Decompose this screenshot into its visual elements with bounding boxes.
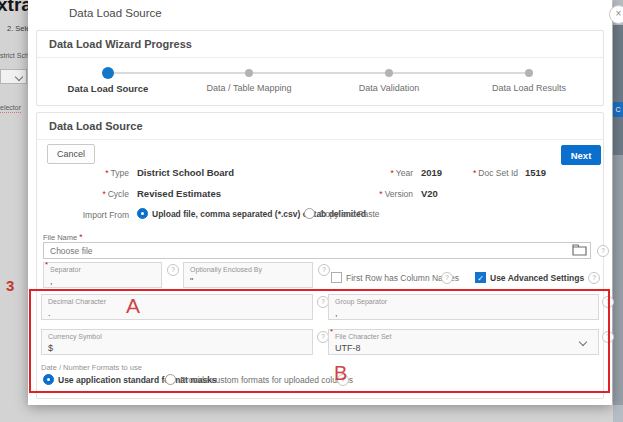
chevron-down-icon [579, 338, 587, 346]
help-icon[interactable]: ? [337, 374, 349, 386]
help-icon[interactable]: ? [167, 264, 179, 276]
file-character-set-label: File Character Set [335, 333, 391, 340]
help-icon[interactable]: ? [441, 272, 453, 284]
required-icon: * [391, 168, 394, 178]
check-icon: ✓ [477, 274, 484, 283]
wizard-step-label-3: Data Validation [319, 83, 459, 93]
required-icon: * [473, 168, 476, 178]
required-icon: * [105, 168, 108, 178]
doc-set-id-value: 1519 [525, 167, 546, 178]
wizard-step-label-2: Data / Table Mapping [179, 83, 319, 93]
source-panel-title: Data Load Source [49, 120, 143, 132]
separator-field[interactable]: * Separator , [43, 262, 162, 288]
wizard-step-dot-current [102, 67, 114, 79]
browse-folder-icon [572, 244, 587, 256]
background-right-panel-mid [613, 155, 623, 405]
wizard-step-dot [525, 69, 533, 77]
separator-field-label: Separator [50, 266, 81, 273]
custom-formats-radio[interactable] [165, 374, 176, 385]
background-blue-badge: C [613, 102, 623, 117]
close-button[interactable]: × [609, 5, 623, 24]
version-label: *Version [337, 189, 413, 199]
doc-set-id-label: *Doc Set Id [437, 168, 518, 178]
custom-formats-radio-label[interactable]: Provide custom formats for uploaded colu… [180, 375, 353, 385]
required-icon: * [102, 189, 105, 199]
decimal-character-field-value: . [48, 308, 51, 318]
next-button[interactable]: Next [561, 145, 601, 165]
copy-paste-radio-label[interactable]: Copy and Paste [319, 209, 379, 219]
enclosed-by-field[interactable]: Optionally Enclosed By " [183, 262, 313, 288]
separator-field-value: , [50, 276, 53, 286]
import-from-label: Import From [41, 210, 129, 220]
wizard-step-label-1: Data Load Source [38, 83, 178, 94]
advanced-settings-checkbox-label[interactable]: Use Advanced Settings [490, 273, 584, 283]
year-label: *Year [337, 168, 413, 178]
required-icon: * [79, 232, 82, 242]
wizard-panel-title: Data Load Wizard Progress [49, 38, 192, 50]
cycle-value: Revised Estimates [137, 188, 221, 199]
wizard-step-dot [245, 69, 253, 77]
currency-symbol-field[interactable]: Currency Symbol $ [41, 329, 313, 355]
group-separator-field-value: , [335, 308, 338, 318]
type-label: *Type [53, 168, 129, 178]
required-icon: * [379, 189, 382, 199]
wizard-step-label-4: Data Load Results [459, 83, 599, 93]
type-value: District School Board [137, 167, 234, 178]
cycle-label: *Cycle [53, 189, 129, 199]
group-separator-field[interactable]: Group Separator , [328, 294, 599, 320]
dialog-title: Data Load Source [69, 7, 162, 19]
help-icon[interactable]: ? [597, 245, 609, 257]
decimal-character-field-label: Decimal Character [48, 298, 106, 305]
close-icon: × [616, 8, 622, 19]
data-load-source-panel: Data Load Source Cancel Next *Type Distr… [36, 112, 604, 399]
annotation-number-3: 3 [6, 277, 14, 294]
file-character-set-value: UTF-8 [335, 343, 361, 353]
help-icon[interactable]: ? [588, 272, 600, 284]
background-select[interactable] [0, 69, 27, 84]
help-icon[interactable]: ? [318, 264, 330, 276]
copy-paste-radio[interactable] [304, 208, 315, 219]
standard-format-masks-radio[interactable] [43, 374, 54, 385]
currency-symbol-field-value: $ [48, 343, 53, 353]
enclosed-by-field-label: Optionally Enclosed By [190, 266, 262, 273]
screen: xtract 2. Sele strict Sch elector C Data… [0, 0, 623, 422]
upload-file-radio[interactable] [137, 208, 148, 219]
advanced-settings-checkbox[interactable]: ✓ [475, 272, 486, 283]
divider [37, 57, 603, 58]
formats-to-use-label: Date / Number Formats to use [41, 363, 142, 372]
background-step-text: 2. Sele [7, 24, 30, 33]
wizard-step-dot [385, 69, 393, 77]
data-load-source-dialog: Data Load Source × Data Load Wizard Prog… [28, 0, 612, 405]
background-field-label: strict Sch [0, 52, 29, 59]
enclosed-by-field-value: " [190, 276, 193, 286]
wizard-progress-panel: Data Load Wizard Progress Data Load Sour… [36, 30, 604, 106]
decimal-character-field[interactable]: Decimal Character . [41, 294, 313, 320]
required-icon: * [330, 327, 333, 336]
background-selector-link[interactable]: elector [0, 104, 21, 113]
background-right-panel-dark [613, 25, 623, 155]
required-icon: * [45, 260, 48, 269]
wizard-train-line [108, 72, 529, 74]
file-name-label: File Name * [43, 232, 85, 242]
version-value: V20 [421, 188, 438, 199]
help-icon[interactable]: ? [602, 296, 614, 308]
file-name-input[interactable] [43, 242, 591, 259]
chevron-down-icon [15, 73, 23, 81]
browse-file-button[interactable] [571, 244, 587, 257]
first-row-checkbox[interactable] [331, 272, 342, 283]
cancel-button[interactable]: Cancel [47, 144, 95, 164]
help-icon[interactable]: ? [602, 331, 614, 343]
group-separator-field-label: Group Separator [335, 298, 387, 305]
file-character-set-select[interactable]: * File Character Set UTF-8 [328, 329, 599, 355]
divider [37, 139, 603, 140]
currency-symbol-field-label: Currency Symbol [48, 333, 102, 340]
